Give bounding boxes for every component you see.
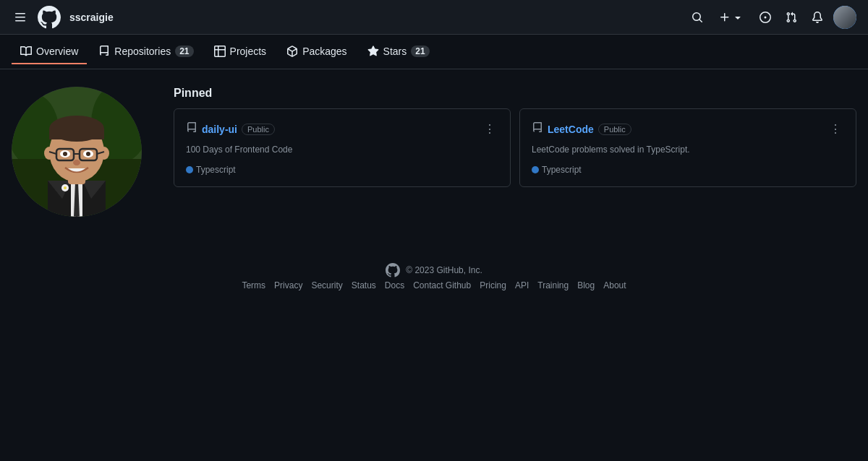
package-icon [286, 46, 298, 57]
issues-button[interactable] [755, 7, 775, 27]
public-badge-leetcode: Public [598, 124, 631, 135]
svg-point-27 [73, 160, 80, 165]
stars-badge: 21 [411, 46, 429, 57]
content-area: Pinned daily-ui Public ⋮ 1 [174, 87, 856, 217]
avatar-image [833, 6, 856, 29]
tab-repositories[interactable]: Repositories 21 [90, 40, 202, 64]
footer-link-pricing[interactable]: Pricing [480, 280, 506, 290]
footer-link-status[interactable]: Status [352, 280, 376, 290]
footer-links: Terms Privacy Security Status Docs Conta… [12, 280, 856, 290]
table-icon [214, 46, 226, 57]
svg-point-25 [63, 152, 67, 156]
tab-overview[interactable]: Overview [12, 40, 87, 64]
footer-copyright: © 2023 GitHub, Inc. [406, 265, 482, 275]
card-header: daily-ui Public ⋮ [186, 121, 498, 137]
hamburger-menu-button[interactable] [12, 9, 29, 26]
star-icon [367, 46, 379, 57]
card-description-daily-ui: 100 Days of Frontend Code [186, 143, 498, 156]
typescript-dot-leetcode [532, 166, 539, 173]
footer-top-row: © 2023 GitHub, Inc. [12, 263, 856, 277]
pinned-card-daily-ui: daily-ui Public ⋮ 100 Days of Frontend C… [174, 108, 511, 187]
repo-icon [98, 46, 110, 57]
pull-requests-button[interactable] [781, 7, 801, 27]
pinned-grid: daily-ui Public ⋮ 100 Days of Frontend C… [174, 108, 856, 187]
profile-navigation: Overview Repositories 21 Projects Packag… [0, 35, 868, 69]
footer-link-training[interactable]: Training [537, 280, 569, 290]
repositories-badge: 21 [175, 46, 193, 57]
public-badge-daily-ui: Public [242, 124, 275, 135]
footer-link-terms[interactable]: Terms [242, 280, 265, 290]
pinned-card-leetcode: LeetCode Public ⋮ LeetCode problems solv… [519, 108, 856, 187]
card-header-leetcode: LeetCode Public ⋮ [532, 121, 844, 137]
language-label-leetcode: Typescript [542, 165, 582, 175]
svg-point-26 [86, 152, 90, 156]
repo-name-daily-ui[interactable]: daily-ui [202, 124, 237, 135]
footer-link-privacy[interactable]: Privacy [274, 280, 302, 290]
footer-link-blog[interactable]: Blog [577, 280, 595, 290]
language-label-daily-ui: Typescript [196, 165, 236, 175]
svg-point-11 [64, 186, 67, 189]
footer-link-api[interactable]: API [515, 280, 529, 290]
footer-link-contact[interactable]: Contact Github [413, 280, 471, 290]
create-new-button[interactable] [713, 7, 749, 27]
page-footer: © 2023 GitHub, Inc. Terms Privacy Securi… [0, 234, 868, 308]
top-navigation: sscraigie [0, 0, 868, 35]
profile-photo [12, 87, 142, 217]
tab-projects-label: Projects [230, 46, 267, 57]
profile-avatar-large [12, 87, 142, 217]
tab-overview-label: Overview [36, 46, 78, 57]
nav-right [687, 6, 856, 29]
card-description-leetcode: LeetCode problems solved in TypeScript. [532, 143, 844, 156]
book-icon [20, 46, 32, 57]
main-content: Pinned daily-ui Public ⋮ 1 [0, 69, 868, 234]
user-avatar-nav[interactable] [833, 6, 856, 29]
pinned-section-title: Pinned [174, 87, 856, 100]
nav-username: sscraigie [69, 12, 114, 23]
notifications-button[interactable] [807, 7, 827, 27]
card-title-area-leetcode: LeetCode Public [532, 122, 631, 136]
github-logo[interactable] [38, 6, 61, 29]
nav-left: sscraigie [12, 6, 678, 29]
card-menu-button-leetcode[interactable]: ⋮ [827, 121, 844, 137]
tab-packages[interactable]: Packages [278, 40, 355, 64]
repo-name-leetcode[interactable]: LeetCode [548, 124, 594, 135]
card-title-area: daily-ui Public [186, 122, 275, 136]
typescript-dot-daily-ui [186, 166, 193, 173]
tab-stars[interactable]: Stars 21 [359, 40, 438, 64]
tab-stars-label: Stars [383, 46, 407, 57]
svg-rect-15 [49, 129, 104, 139]
language-badge-leetcode: Typescript [532, 165, 844, 175]
footer-link-about[interactable]: About [603, 280, 626, 290]
tab-projects[interactable]: Projects [205, 40, 276, 64]
profile-sidebar [12, 87, 156, 217]
card-menu-button-daily-ui[interactable]: ⋮ [481, 121, 498, 137]
footer-link-security[interactable]: Security [311, 280, 342, 290]
tab-packages-label: Packages [302, 46, 346, 57]
footer-github-logo [386, 263, 400, 277]
footer-link-docs[interactable]: Docs [385, 280, 404, 290]
tab-repositories-label: Repositories [114, 46, 171, 57]
search-button[interactable] [687, 7, 707, 27]
repo-icon-daily-ui [186, 122, 197, 136]
language-badge-daily-ui: Typescript [186, 165, 498, 175]
repo-icon-leetcode [532, 122, 543, 136]
